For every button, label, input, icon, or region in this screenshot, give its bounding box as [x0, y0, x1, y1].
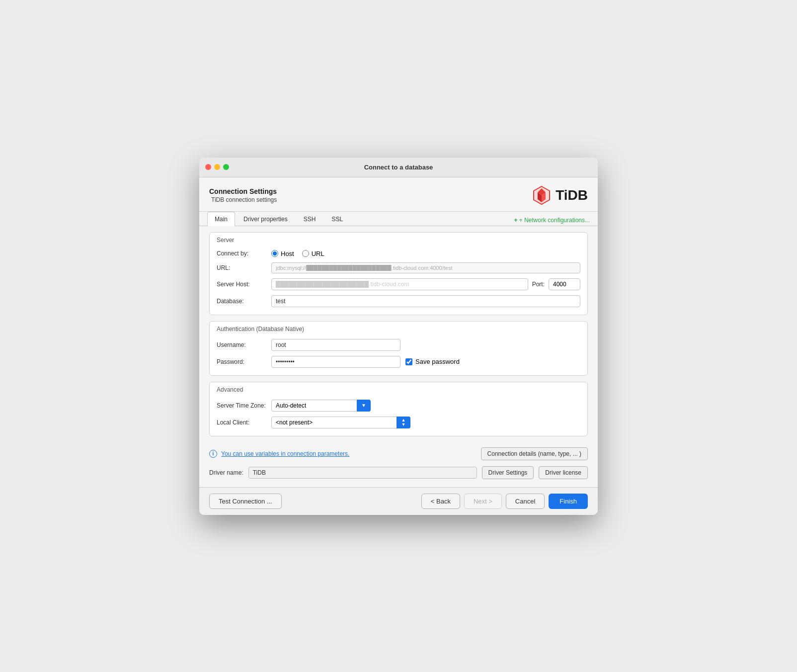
local-client-row: Local Client: <not present> ▲ ▼ — [217, 414, 580, 431]
username-row: Username: — [217, 336, 580, 353]
auth-section-body: Username: Password: Save password — [210, 335, 587, 375]
timezone-row: Server Time Zone: Auto-detect ▼ — [217, 397, 580, 414]
username-input[interactable] — [271, 339, 400, 351]
timezone-select-wrapper: Auto-detect ▼ — [271, 400, 371, 412]
server-host-input[interactable] — [271, 278, 528, 290]
footer-right: < Back Next > Cancel Finish — [421, 494, 588, 509]
footer: Test Connection ... < Back Next > Cancel… — [199, 487, 598, 515]
tab-main[interactable]: Main — [207, 212, 235, 226]
save-password-checkbox[interactable] — [405, 358, 412, 365]
tabs-bar: Main Driver properties SSH SSL + + Netwo… — [199, 212, 598, 226]
advanced-section-title: Advanced — [210, 382, 587, 395]
url-radio-item[interactable]: URL — [302, 250, 324, 257]
footer-left: Test Connection ... — [209, 494, 282, 509]
save-password-item[interactable]: Save password — [405, 358, 460, 365]
content-area: Server Connect by: Host URL — [199, 226, 598, 487]
timezone-select[interactable]: Auto-detect — [271, 400, 371, 412]
info-icon: i — [209, 450, 217, 458]
test-connection-button[interactable]: Test Connection ... — [209, 494, 282, 509]
connect-by-radio-group: Host URL — [271, 250, 324, 257]
url-radio-label: URL — [312, 250, 324, 257]
password-input[interactable] — [271, 356, 400, 368]
header: Connection Settings TiDB connection sett… — [199, 177, 598, 212]
maximize-button[interactable] — [223, 164, 229, 170]
next-button: Next > — [464, 494, 502, 509]
variables-row: i You can use variables in connection pa… — [209, 442, 588, 464]
finish-button[interactable]: Finish — [549, 494, 588, 509]
close-button[interactable] — [205, 164, 211, 170]
advanced-section: Advanced Server Time Zone: Auto-detect ▼ — [209, 382, 588, 436]
server-section-title: Server — [210, 233, 587, 246]
header-left: Connection Settings TiDB connection sett… — [209, 187, 277, 203]
url-input[interactable] — [271, 262, 580, 273]
driver-settings-button[interactable]: Driver Settings — [482, 466, 534, 479]
password-label: Password: — [217, 358, 271, 365]
host-port-group: Port: — [271, 278, 580, 290]
port-label: Port: — [532, 281, 545, 288]
window-title: Connect to a database — [364, 164, 433, 171]
local-client-select[interactable]: <not present> — [271, 417, 410, 428]
local-client-select-wrapper: <not present> ▲ ▼ — [271, 417, 410, 428]
connection-settings-subtitle: TiDB connection settings — [211, 196, 277, 203]
url-radio-input[interactable] — [302, 250, 309, 257]
back-button[interactable]: < Back — [421, 494, 460, 509]
auth-section-title: Authentication (Database Native) — [210, 322, 587, 335]
tidb-logo-icon — [531, 184, 553, 206]
connect-by-label: Connect by: — [217, 250, 271, 257]
driver-name-input[interactable] — [248, 467, 477, 479]
server-section: Server Connect by: Host URL — [209, 232, 588, 315]
host-radio-item[interactable]: Host — [271, 250, 294, 257]
database-input[interactable] — [271, 295, 580, 307]
driver-license-button[interactable]: Driver license — [539, 466, 588, 479]
connect-by-row: Connect by: Host URL — [217, 248, 580, 260]
database-label: Database: — [217, 298, 271, 305]
titlebar: Connect to a database — [199, 158, 598, 177]
server-host-row: Server Host: Port: — [217, 276, 580, 293]
logo: TiDB — [531, 184, 588, 206]
logo-text: TiDB — [556, 187, 588, 203]
tab-ssl[interactable]: SSL — [324, 212, 350, 226]
database-row: Database: — [217, 293, 580, 310]
tabs-left: Main Driver properties SSH SSL — [207, 212, 350, 226]
advanced-section-body: Server Time Zone: Auto-detect ▼ Local Cl… — [210, 395, 587, 436]
window-controls — [205, 164, 229, 170]
url-label: URL: — [217, 264, 271, 271]
port-input[interactable] — [549, 278, 580, 290]
url-row: URL: — [217, 260, 580, 276]
variables-left: i You can use variables in connection pa… — [209, 450, 349, 458]
local-client-label: Local Client: — [217, 419, 271, 426]
server-section-body: Connect by: Host URL URL: — [210, 246, 587, 315]
connection-settings-title: Connection Settings — [209, 187, 277, 195]
connection-details-button[interactable]: Connection details (name, type, ... ) — [481, 447, 588, 460]
password-save-group: Save password — [271, 356, 460, 368]
password-row: Password: Save password — [217, 353, 580, 370]
cancel-button[interactable]: Cancel — [506, 494, 545, 509]
tab-driver-properties[interactable]: Driver properties — [236, 212, 295, 226]
timezone-label: Server Time Zone: — [217, 402, 271, 409]
tab-ssh[interactable]: SSH — [296, 212, 323, 226]
save-password-label: Save password — [415, 358, 460, 365]
main-window: Connect to a database Connection Setting… — [199, 158, 598, 515]
server-host-label: Server Host: — [217, 281, 271, 288]
driver-name-label: Driver name: — [209, 469, 243, 476]
network-config-link[interactable]: + + Network configurations... — [514, 215, 590, 226]
variables-link[interactable]: You can use variables in connection para… — [221, 450, 349, 457]
username-label: Username: — [217, 341, 271, 348]
auth-section: Authentication (Database Native) Usernam… — [209, 321, 588, 376]
minimize-button[interactable] — [214, 164, 220, 170]
host-radio-label: Host — [281, 250, 294, 257]
driver-row: Driver name: Driver Settings Driver lice… — [209, 464, 588, 481]
plus-icon: + — [514, 217, 518, 224]
host-radio-input[interactable] — [271, 250, 278, 257]
